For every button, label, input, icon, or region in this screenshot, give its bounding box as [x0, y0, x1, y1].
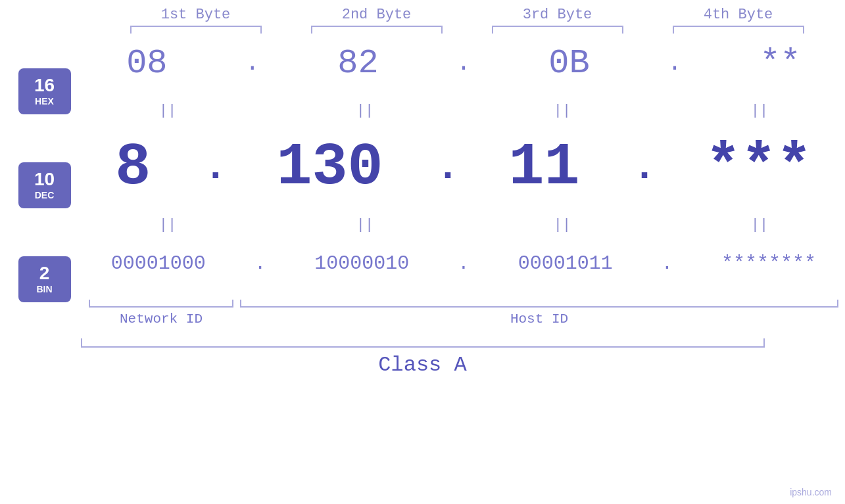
dec-dot3: . — [633, 148, 652, 187]
bin-dot1: . — [251, 254, 270, 274]
bottom-brackets — [89, 300, 838, 308]
byte1-header: 1st Byte — [127, 7, 265, 23]
eq1-3: || — [493, 103, 631, 119]
class-bracket — [81, 338, 765, 348]
values-area: 08 . 82 . 0B . ** || || || || 8 . — [89, 44, 845, 327]
eq1-4: || — [690, 103, 829, 119]
bin-row: 00001000 . 10000010 . 00001011 . *******… — [89, 252, 838, 275]
hex-badge: 16 HEX — [18, 68, 71, 114]
hex-val1: 08 — [126, 44, 167, 83]
bin-label: BIN — [36, 284, 52, 294]
hex-dot1: . — [243, 50, 262, 77]
bracket-byte1 — [130, 26, 262, 34]
dec-val3: 11 — [509, 138, 580, 197]
equals-row-2: || || || || — [89, 217, 838, 233]
dec-dot1: . — [204, 148, 224, 187]
top-brackets — [105, 26, 829, 34]
bin-dot3: . — [657, 254, 677, 274]
eq1-2: || — [296, 103, 434, 119]
byte-headers: 1st Byte 2nd Byte 3rd Byte 4th Byte — [105, 7, 829, 23]
bin-val1: 00001000 — [111, 252, 206, 275]
dec-row: 8 . 130 . 11 . *** — [89, 138, 838, 197]
host-id-label: Host ID — [240, 311, 838, 327]
hex-val3: 0B — [548, 44, 589, 83]
dec-label: DEC — [35, 190, 55, 200]
network-bracket — [89, 300, 233, 308]
hex-dot3: . — [665, 50, 685, 77]
dec-dot2: . — [436, 148, 456, 187]
id-labels: Network ID Host ID — [89, 311, 838, 327]
eq2-4: || — [690, 217, 829, 233]
equals-row-1: || || || || — [89, 103, 838, 119]
bin-number: 2 — [39, 264, 50, 283]
eq2-2: || — [296, 217, 434, 233]
hex-val2: 82 — [337, 44, 378, 83]
class-label: Class A — [81, 353, 765, 377]
host-bracket — [240, 300, 838, 308]
byte2-header: 2nd Byte — [308, 7, 446, 23]
main-content: 16 HEX 10 DEC 2 BIN 08 . 82 . 0B . ** — [0, 44, 845, 327]
eq1-1: || — [99, 103, 237, 119]
eq2-3: || — [493, 217, 631, 233]
bin-val2: 10000010 — [314, 252, 409, 275]
bin-val4: ******** — [721, 252, 816, 275]
dec-badge: 10 DEC — [18, 162, 71, 208]
label-column: 16 HEX 10 DEC 2 BIN — [0, 44, 89, 327]
bracket-byte3 — [492, 26, 623, 34]
bin-val3: 00001011 — [518, 252, 613, 275]
dec-val2: 130 — [276, 138, 383, 197]
dec-val1: 8 — [115, 138, 151, 197]
dec-number: 10 — [34, 170, 55, 189]
network-id-label: Network ID — [89, 311, 233, 327]
byte4-header: 4th Byte — [669, 7, 808, 23]
bracket-byte4 — [673, 26, 804, 34]
bracket-byte2 — [311, 26, 443, 34]
bin-dot2: . — [454, 254, 473, 274]
eq2-1: || — [99, 217, 237, 233]
bottom-bracket-container: Network ID Host ID — [89, 300, 838, 327]
dec-val4: *** — [706, 138, 812, 197]
hex-row: 08 . 82 . 0B . ** — [89, 44, 838, 83]
hex-dot2: . — [454, 50, 473, 77]
bin-badge: 2 BIN — [18, 256, 71, 302]
watermark: ipshu.com — [790, 487, 832, 497]
hex-val4: ** — [760, 44, 800, 83]
hex-number: 16 — [34, 76, 55, 95]
class-bracket-container: Class A — [81, 338, 765, 377]
byte3-header: 3rd Byte — [489, 7, 627, 23]
hex-label: HEX — [35, 96, 54, 106]
main-container: 1st Byte 2nd Byte 3rd Byte 4th Byte 16 H… — [0, 0, 845, 504]
